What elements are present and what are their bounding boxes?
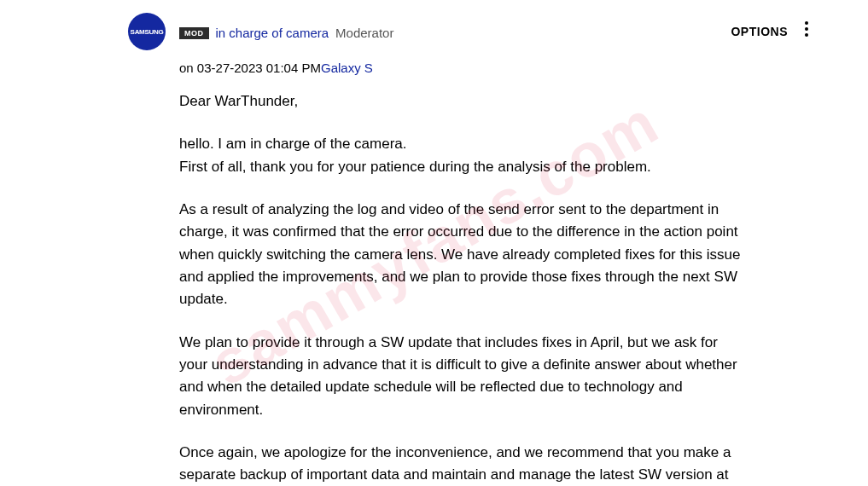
- paragraph-closing: Once again, we apologize for the inconve…: [179, 442, 743, 486]
- username-link[interactable]: in charge of camera: [216, 26, 329, 40]
- moderator-badge: MOD: [179, 27, 209, 39]
- post-timestamp: 03-27-2023 01:04 PM: [197, 61, 321, 75]
- intro-line-2: First of all, thank you for your patienc…: [179, 156, 743, 178]
- options-area: OPTIONS: [731, 21, 808, 41]
- device-link[interactable]: Galaxy S: [321, 61, 373, 75]
- post-meta: on 03-27-2023 01:04 PMGalaxy S: [179, 61, 834, 75]
- paragraph-schedule: We plan to provide it through a SW updat…: [179, 332, 743, 421]
- meta-on: on: [179, 61, 197, 75]
- avatar-label: SAMSUNG: [131, 28, 164, 36]
- greeting: Dear WarThunder,: [179, 90, 743, 113]
- paragraph-analysis: As a result of analyzing the log and vid…: [179, 199, 743, 311]
- options-menu-icon[interactable]: [805, 21, 808, 41]
- svg-point-2: [805, 33, 808, 37]
- post-container: SAMSUNG MOD in charge of camera Moderato…: [0, 0, 868, 486]
- svg-point-1: [805, 27, 808, 31]
- user-role: Moderator: [335, 26, 393, 40]
- svg-point-0: [805, 21, 808, 25]
- options-label[interactable]: OPTIONS: [731, 25, 788, 38]
- intro-line-1: hello. I am in charge of the camera.: [179, 133, 743, 155]
- avatar[interactable]: SAMSUNG: [128, 13, 166, 50]
- post-body: Dear WarThunder, hello. I am in charge o…: [179, 90, 743, 486]
